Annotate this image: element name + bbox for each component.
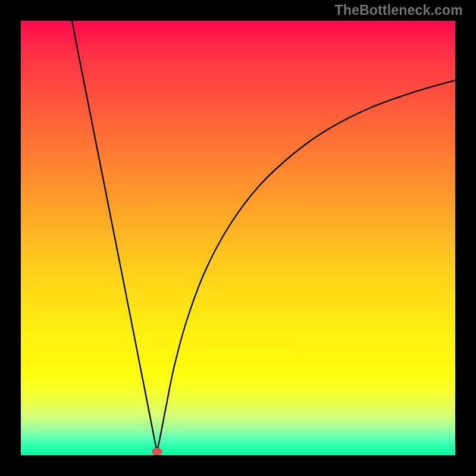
attribution-text: TheBottleneck.com: [334, 2, 463, 18]
curve-right-branch: [157, 80, 455, 452]
curve-layer: [21, 21, 455, 455]
chart-canvas: TheBottleneck.com: [0, 0, 476, 476]
curve-left-branch: [72, 21, 157, 452]
minimum-marker: [152, 448, 162, 455]
plot-area: [21, 21, 455, 455]
